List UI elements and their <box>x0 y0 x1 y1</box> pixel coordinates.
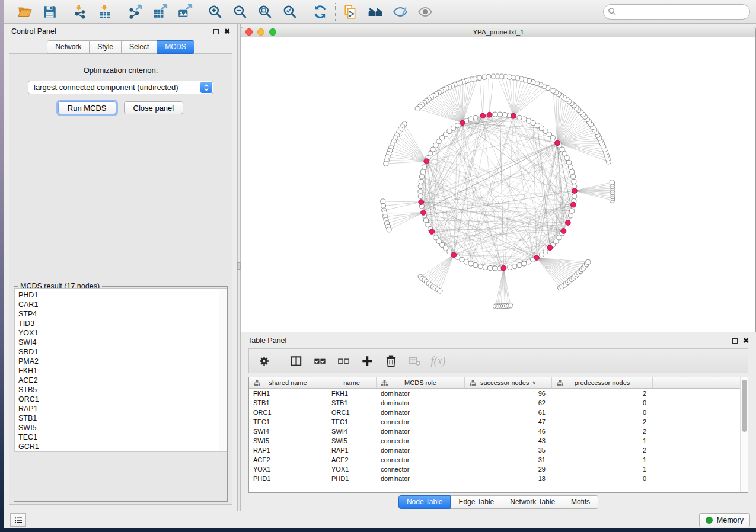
open-file-icon[interactable] <box>16 3 34 21</box>
table-cell: RAP1 <box>327 447 377 454</box>
mcds-result-item[interactable]: STP4 <box>18 309 227 319</box>
table-row[interactable]: ORC1ORC1dominator610 <box>249 408 748 417</box>
zoom-fit-icon[interactable] <box>256 3 274 21</box>
mcds-list-scrollbar[interactable] <box>219 289 227 451</box>
tab-node-table[interactable]: Node Table <box>398 495 451 509</box>
table-cell: STB1 <box>249 399 327 406</box>
table-cell: 1 <box>552 437 653 444</box>
table-row[interactable]: TEC1TEC1connector472 <box>249 417 748 427</box>
save-session-icon[interactable] <box>41 3 59 21</box>
mcds-result-item[interactable]: TEC1 <box>18 432 227 442</box>
column-header-predecessor-nodes[interactable]: predecessor nodes <box>552 377 653 388</box>
tab-motifs[interactable]: Motifs <box>563 495 598 509</box>
sort-descending-icon[interactable]: ∨ <box>532 380 536 386</box>
main-toolbar <box>4 0 756 24</box>
table-cell: YOX1 <box>327 466 377 473</box>
mcds-result-item[interactable]: TID3 <box>18 319 227 328</box>
column-header-MCDS-role[interactable]: MCDS role <box>377 377 465 388</box>
close-panel-icon[interactable]: ✖ <box>224 28 230 35</box>
mcds-result-item[interactable]: SWI5 <box>18 423 227 432</box>
mcds-result-item[interactable]: YOX1 <box>18 328 227 338</box>
show-all-icon[interactable] <box>416 3 434 21</box>
export-network-icon[interactable] <box>126 3 144 21</box>
table-cell: TEC1 <box>327 418 377 425</box>
tab-select[interactable]: Select <box>122 40 157 54</box>
table-scrollbar-thumb[interactable] <box>742 380 747 432</box>
control-panel-tabs: NetworkStyleSelectMCDS <box>4 40 237 54</box>
mcds-result-item[interactable]: GCR1 <box>18 442 227 451</box>
mcds-result-item[interactable]: SRD1 <box>18 347 227 357</box>
column-layout-icon[interactable] <box>287 352 305 370</box>
table-row[interactable]: SWI5SWI5connector431 <box>249 436 748 446</box>
table-cell: 1 <box>552 456 653 463</box>
column-header-name[interactable]: name <box>327 377 377 388</box>
add-column-icon[interactable] <box>358 352 376 370</box>
zoom-selected-icon[interactable] <box>281 3 299 21</box>
network-window-titlebar[interactable]: YPA_prune.txt_1 <box>241 27 755 37</box>
table-cell: dominator <box>377 390 465 397</box>
table-cell: 62 <box>465 399 552 406</box>
column-header-successor-nodes[interactable]: successor nodes∨ <box>465 377 552 388</box>
table-row[interactable]: PHD1PHD1dominator180 <box>249 474 748 483</box>
vertical-splitter[interactable] <box>237 24 241 511</box>
import-table-icon[interactable] <box>96 3 114 21</box>
float-table-panel-icon[interactable] <box>732 338 738 344</box>
close-table-panel-icon[interactable]: ✖ <box>743 337 749 344</box>
float-panel-icon[interactable] <box>213 29 219 34</box>
control-panel-title: Control Panel <box>11 27 213 36</box>
splitter-grip[interactable] <box>237 262 241 270</box>
duplicate-network-icon[interactable] <box>342 3 359 21</box>
task-history-button[interactable] <box>10 513 26 527</box>
mcds-result-item[interactable]: STB5 <box>18 385 227 395</box>
mcds-result-item[interactable]: STB1 <box>18 414 227 423</box>
memory-button[interactable]: Memory <box>699 513 750 527</box>
network-graph[interactable] <box>241 37 755 331</box>
table-row[interactable]: FKH1FKH1dominator962 <box>249 389 748 398</box>
delete-column-icon[interactable] <box>382 352 400 370</box>
network-canvas[interactable] <box>241 37 755 332</box>
export-table-icon[interactable] <box>151 3 169 21</box>
zoom-out-icon[interactable] <box>231 3 249 21</box>
search-input[interactable] <box>603 4 750 20</box>
mcds-result-list[interactable]: PHD1CAR1STP4TID3YOX1SWI4SRD1PMA2FKH1ACE2… <box>14 288 227 452</box>
import-network-icon[interactable] <box>71 3 89 21</box>
table-cell: connector <box>377 456 465 463</box>
table-settings-icon[interactable] <box>255 352 273 370</box>
mcds-result-item[interactable]: SWI4 <box>18 338 227 347</box>
function-builder-icon[interactable]: f(x) <box>429 352 447 370</box>
tab-network[interactable]: Network <box>47 40 90 54</box>
mcds-result-item[interactable]: PHD1 <box>18 290 227 300</box>
tab-edge-table[interactable]: Edge Table <box>451 495 502 509</box>
select-all-icon[interactable] <box>311 352 328 370</box>
run-mcds-button[interactable]: Run MCDS <box>58 101 116 114</box>
table-row[interactable]: SWI4SWI4dominator462 <box>249 427 748 436</box>
column-header-shared-name[interactable]: shared name <box>249 377 327 388</box>
mcds-result-item[interactable]: RAP1 <box>18 404 227 414</box>
export-image-icon[interactable] <box>176 3 194 21</box>
table-cell: 2 <box>552 447 653 454</box>
delete-table-icon[interactable] <box>406 352 423 370</box>
table-row[interactable]: ACE2ACE2connector311 <box>249 455 748 464</box>
tab-mcds[interactable]: MCDS <box>157 40 194 54</box>
mcds-result-item[interactable]: ACE2 <box>18 376 227 385</box>
hierarchy-icon <box>254 380 260 387</box>
mcds-result-item[interactable]: FKH1 <box>18 366 227 376</box>
deselect-all-icon[interactable] <box>334 352 352 370</box>
zoom-in-icon[interactable] <box>206 3 224 21</box>
hide-selected-icon[interactable] <box>391 3 409 21</box>
apply-layout-icon[interactable] <box>311 3 329 21</box>
table-row[interactable]: RAP1RAP1dominator352 <box>249 446 748 455</box>
close-panel-button[interactable]: Close panel <box>124 101 184 114</box>
mcds-result-item[interactable]: ORC1 <box>18 395 227 404</box>
table-row[interactable]: STB1STB1dominator620 <box>249 398 748 408</box>
table-cell: 43 <box>465 437 552 444</box>
table-scrollbar[interactable] <box>740 377 748 492</box>
tab-network-table[interactable]: Network Table <box>502 495 563 509</box>
tab-style[interactable]: Style <box>90 40 122 54</box>
first-neighbors-icon[interactable] <box>366 3 384 21</box>
mcds-result-item[interactable]: CAR1 <box>18 300 227 309</box>
table-row[interactable]: YOX1YOX1connector291 <box>249 464 748 474</box>
mcds-result-item[interactable]: PMA2 <box>18 357 227 366</box>
table-cell: 29 <box>465 466 552 473</box>
criterion-dropdown[interactable]: largest connected component (undirected) <box>28 81 213 94</box>
